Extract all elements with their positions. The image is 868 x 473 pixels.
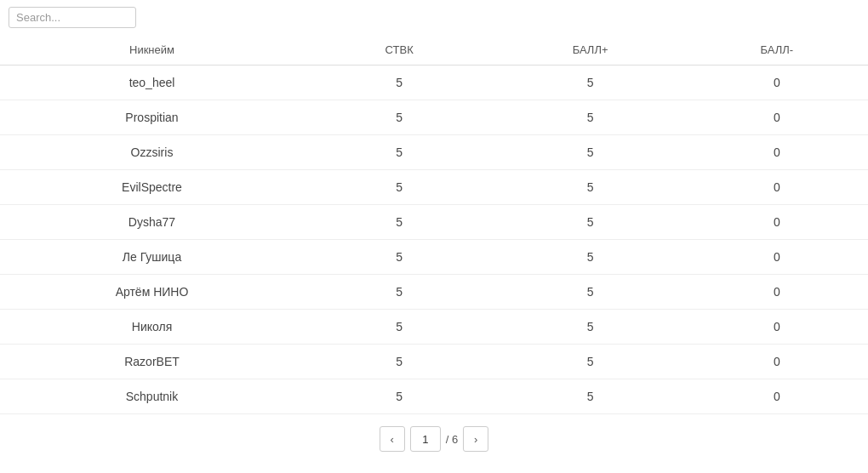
- cell-stvk: 5: [304, 240, 494, 275]
- table-row: Ozzsiris550: [0, 135, 868, 170]
- cell-score-plus: 5: [494, 379, 685, 414]
- pagination: ‹ / 6 ›: [0, 414, 868, 464]
- column-header-score-plus: БАЛЛ+: [494, 35, 685, 66]
- cell-stvk: 5: [304, 100, 494, 135]
- cell-stvk: 5: [304, 135, 494, 170]
- cell-score-minus: 0: [686, 240, 868, 275]
- cell-nickname: Артём НИНО: [0, 275, 304, 310]
- search-input[interactable]: [9, 7, 136, 28]
- cell-stvk: 5: [304, 205, 494, 240]
- cell-nickname: EvilSpectre: [0, 170, 304, 205]
- table-row: Ле Гушица550: [0, 240, 868, 275]
- cell-score-plus: 5: [494, 66, 685, 100]
- cell-nickname: Prospitian: [0, 100, 304, 135]
- page-total: / 6: [446, 433, 458, 446]
- cell-score-minus: 0: [686, 170, 868, 205]
- column-header-score-minus: БАЛЛ-: [686, 35, 868, 66]
- cell-score-plus: 5: [494, 170, 685, 205]
- cell-score-minus: 0: [686, 275, 868, 310]
- cell-score-plus: 5: [494, 135, 685, 170]
- cell-stvk: 5: [304, 66, 494, 100]
- prev-page-button[interactable]: ‹: [380, 426, 405, 452]
- cell-nickname: teo_heel: [0, 66, 304, 100]
- cell-score-minus: 0: [686, 205, 868, 240]
- cell-nickname: Николя: [0, 310, 304, 345]
- table-row: Артём НИНО550: [0, 275, 868, 310]
- cell-score-plus: 5: [494, 275, 685, 310]
- cell-nickname: Schputnik: [0, 379, 304, 414]
- cell-score-plus: 5: [494, 310, 685, 345]
- table-row: Николя550: [0, 310, 868, 345]
- cell-score-minus: 0: [686, 345, 868, 379]
- cell-nickname: Ле Гушица: [0, 240, 304, 275]
- cell-score-minus: 0: [686, 66, 868, 100]
- page-number-input[interactable]: [410, 426, 441, 452]
- cell-score-minus: 0: [686, 379, 868, 414]
- cell-score-plus: 5: [494, 240, 685, 275]
- data-table: Никнейм СТВК БАЛЛ+ БАЛЛ- teo_heel550Pros…: [0, 35, 868, 414]
- cell-nickname: RazorBET: [0, 345, 304, 379]
- cell-stvk: 5: [304, 310, 494, 345]
- cell-stvk: 5: [304, 170, 494, 205]
- cell-stvk: 5: [304, 345, 494, 379]
- table-row: teo_heel550: [0, 66, 868, 100]
- cell-score-minus: 0: [686, 135, 868, 170]
- table-row: Schputnik550: [0, 379, 868, 414]
- table-row: Prospitian550: [0, 100, 868, 135]
- table-wrapper: Никнейм СТВК БАЛЛ+ БАЛЛ- teo_heel550Pros…: [0, 35, 868, 414]
- cell-nickname: Ozzsiris: [0, 135, 304, 170]
- cell-stvk: 5: [304, 379, 494, 414]
- column-header-nickname: Никнейм: [0, 35, 304, 66]
- cell-score-plus: 5: [494, 100, 685, 135]
- cell-score-plus: 5: [494, 345, 685, 379]
- column-header-stvk: СТВК: [304, 35, 494, 66]
- cell-stvk: 5: [304, 275, 494, 310]
- table-header-row: Никнейм СТВК БАЛЛ+ БАЛЛ-: [0, 35, 868, 66]
- next-page-button[interactable]: ›: [463, 426, 488, 452]
- cell-nickname: Dysha77: [0, 205, 304, 240]
- cell-score-minus: 0: [686, 100, 868, 135]
- search-container: [0, 0, 868, 35]
- cell-score-minus: 0: [686, 310, 868, 345]
- table-row: RazorBET550: [0, 345, 868, 379]
- table-row: Dysha77550: [0, 205, 868, 240]
- table-row: EvilSpectre550: [0, 170, 868, 205]
- cell-score-plus: 5: [494, 205, 685, 240]
